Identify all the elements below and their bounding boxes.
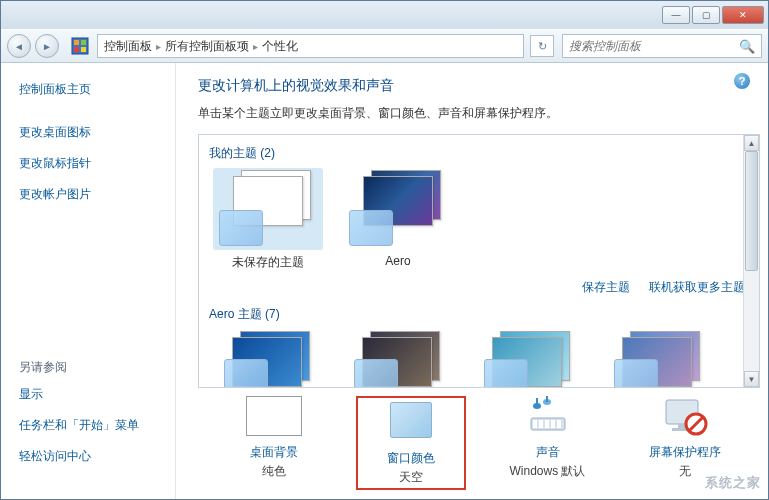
titlebar: — ▢ ✕ (1, 1, 768, 29)
help-icon[interactable]: ? (734, 73, 750, 89)
theme-item[interactable] (599, 329, 717, 388)
theme-aero[interactable]: Aero (339, 168, 457, 271)
sidebar-home-link[interactable]: 控制面板主页 (19, 81, 175, 98)
content-area: 控制面板主页 更改桌面图标 更改鼠标指针 更改帐户图片 另请参阅 显示 任务栏和… (1, 63, 768, 499)
screensaver-icon (655, 396, 715, 440)
opt-title: 声音 (493, 444, 603, 461)
theme-item[interactable] (209, 329, 327, 388)
svg-rect-8 (533, 420, 537, 428)
breadcrumb[interactable]: 控制面板 ▸ 所有控制面板项 ▸ 个性化 (97, 34, 524, 58)
opt-sub: Windows 默认 (493, 463, 603, 480)
page-subtitle: 单击某个主题立即更改桌面背景、窗口颜色、声音和屏幕保护程序。 (198, 105, 760, 122)
back-button[interactable]: ◄ (7, 34, 31, 58)
sidebar-link-account-picture[interactable]: 更改帐户图片 (19, 186, 175, 203)
sidebar-link-mouse-pointers[interactable]: 更改鼠标指针 (19, 155, 175, 172)
breadcrumb-item[interactable]: 个性化 (262, 38, 298, 55)
chevron-right-icon: ▸ (156, 41, 161, 52)
sidebar-link-taskbar[interactable]: 任务栏和「开始」菜单 (19, 417, 175, 434)
sidebar-link-ease-of-access[interactable]: 轻松访问中心 (19, 448, 175, 465)
window-color-icon (390, 402, 432, 438)
page-heading: 更改计算机上的视觉效果和声音 (198, 77, 760, 95)
search-icon[interactable]: 🔍 (739, 39, 755, 54)
watermark: 系统之家 (705, 474, 761, 492)
maximize-button[interactable]: ▢ (692, 6, 720, 24)
scroll-thumb[interactable] (745, 151, 758, 271)
opt-sub: 天空 (360, 469, 462, 486)
svg-rect-11 (551, 420, 555, 428)
sidebar-link-desktop-icons[interactable]: 更改桌面图标 (19, 124, 175, 141)
search-input[interactable] (569, 39, 739, 53)
window-frame: — ▢ ✕ ◄ ► 控制面板 ▸ 所有控制面板项 ▸ 个性化 ↻ 🔍 控制面板主… (0, 0, 769, 500)
desktop-background-icon (246, 396, 302, 436)
svg-rect-10 (545, 420, 549, 428)
theme-label: Aero (339, 254, 457, 268)
svg-rect-2 (81, 40, 86, 45)
option-sounds[interactable]: 声音 Windows 默认 (493, 396, 603, 490)
get-more-themes-link[interactable]: 联机获取更多主题 (649, 280, 745, 294)
breadcrumb-item[interactable]: 控制面板 (104, 38, 152, 55)
toolbar: ◄ ► 控制面板 ▸ 所有控制面板项 ▸ 个性化 ↻ 🔍 (1, 29, 768, 63)
opt-title: 桌面背景 (219, 444, 329, 461)
see-also-heading: 另请参阅 (19, 359, 175, 376)
theme-unsaved[interactable]: 未保存的主题 (209, 168, 327, 271)
sidebar-link-display[interactable]: 显示 (19, 386, 175, 403)
aero-themes-label: Aero 主题 (7) (209, 306, 749, 323)
theme-item[interactable] (339, 329, 457, 388)
scroll-up-button[interactable]: ▲ (744, 135, 759, 151)
sound-icon (518, 396, 578, 440)
scrollbar[interactable]: ▲ ▼ (743, 135, 759, 387)
themes-scrollbox: 我的主题 (2) 未保存的主题 (198, 134, 760, 388)
svg-rect-4 (81, 47, 86, 52)
theme-label: 未保存的主题 (209, 254, 327, 271)
svg-rect-9 (539, 420, 543, 428)
scroll-down-button[interactable]: ▼ (744, 371, 759, 387)
search-box[interactable]: 🔍 (562, 34, 762, 58)
close-button[interactable]: ✕ (722, 6, 764, 24)
option-desktop-background[interactable]: 桌面背景 纯色 (219, 396, 329, 490)
minimize-button[interactable]: — (662, 6, 690, 24)
theme-item[interactable] (469, 329, 587, 388)
forward-button[interactable]: ► (35, 34, 59, 58)
chevron-right-icon: ▸ (253, 41, 258, 52)
opt-title: 窗口颜色 (360, 450, 462, 467)
save-theme-link[interactable]: 保存主题 (582, 280, 630, 294)
bottom-options: 桌面背景 纯色 窗口颜色 天空 声音 Windows 默认 (198, 388, 760, 492)
svg-rect-3 (74, 47, 79, 52)
my-themes-label: 我的主题 (2) (209, 145, 749, 162)
main-panel: ? 更改计算机上的视觉效果和声音 单击某个主题立即更改桌面背景、窗口颜色、声音和… (176, 63, 768, 499)
control-panel-icon (71, 37, 89, 55)
sidebar: 控制面板主页 更改桌面图标 更改鼠标指针 更改帐户图片 另请参阅 显示 任务栏和… (1, 63, 176, 499)
option-window-color[interactable]: 窗口颜色 天空 (356, 396, 466, 490)
refresh-button[interactable]: ↻ (530, 35, 554, 57)
breadcrumb-item[interactable]: 所有控制面板项 (165, 38, 249, 55)
opt-sub: 纯色 (219, 463, 329, 480)
svg-rect-12 (557, 420, 561, 428)
svg-rect-1 (74, 40, 79, 45)
opt-title: 屏幕保护程序 (630, 444, 740, 461)
